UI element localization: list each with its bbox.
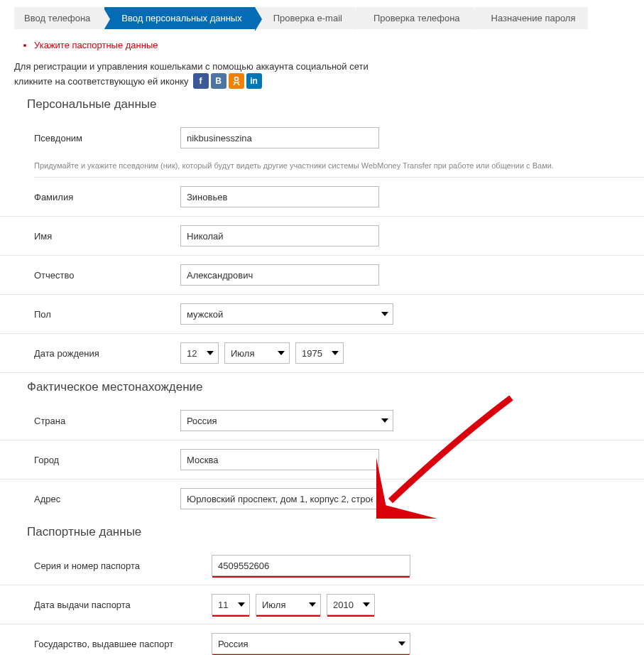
section-title-personal: Персональные данные: [27, 97, 644, 112]
section-title-passport: Паспортные данные: [27, 525, 644, 539]
gender-select[interactable]: мужской: [180, 303, 393, 325]
birth-year-select[interactable]: 1975: [295, 342, 344, 364]
error-message: Укажите паспортные данные: [34, 40, 644, 50]
passport-country-label: Государство, выдавшее паспорт: [34, 639, 212, 649]
wizard-step-password[interactable]: Назначение пароля: [474, 7, 589, 29]
address-input[interactable]: [180, 488, 379, 509]
facebook-icon[interactable]: f: [193, 73, 209, 89]
lastname-label: Фамилия: [34, 192, 180, 202]
birthdate-label: Дата рождения: [34, 348, 180, 359]
middlename-label: Отчество: [34, 270, 180, 281]
gender-label: Пол: [34, 309, 180, 320]
firstname-label: Имя: [34, 231, 180, 242]
country-label: Страна: [34, 416, 180, 426]
middlename-input[interactable]: [180, 264, 379, 286]
social-text-line2: кликните на соответствующую ей иконку: [14, 76, 189, 87]
wizard-step-personal[interactable]: Ввод персональных данных: [104, 7, 254, 29]
passport-number-input[interactable]: [212, 555, 410, 576]
passport-country-select[interactable]: Россия: [212, 633, 410, 654]
odnoklassniki-icon[interactable]: [229, 73, 244, 89]
nickname-input[interactable]: [180, 127, 379, 148]
linkedin-icon[interactable]: in: [246, 73, 262, 89]
passport-number-label: Серия и номер паспорта: [34, 561, 212, 571]
svg-point-0: [234, 77, 238, 81]
wizard-step-phone-verify[interactable]: Проверка телефона: [356, 7, 473, 29]
city-label: Город: [34, 455, 180, 465]
passport-issue-date-label: Дата выдачи паспорта: [34, 600, 212, 610]
country-select[interactable]: Россия: [180, 410, 393, 431]
wizard-steps: Ввод телефона Ввод персональных данных П…: [14, 7, 644, 29]
nickname-hint: Придумайте и укажите псевдоним (ник), ко…: [34, 161, 644, 178]
address-label: Адрес: [34, 494, 180, 504]
birth-month-select[interactable]: Июля: [224, 342, 290, 364]
nickname-label: Псевдоним: [34, 133, 180, 144]
issue-year-select[interactable]: 2010: [327, 594, 375, 615]
lastname-input[interactable]: [180, 186, 379, 207]
firstname-input[interactable]: [180, 225, 379, 247]
birth-day-select[interactable]: 12: [180, 342, 219, 364]
vkontakte-icon[interactable]: B: [211, 73, 227, 89]
issue-month-select[interactable]: Июля: [256, 594, 321, 615]
wizard-step-phone[interactable]: Ввод телефона: [14, 7, 103, 29]
issue-day-select[interactable]: 11: [212, 594, 250, 615]
city-input[interactable]: [180, 449, 379, 470]
section-title-location: Фактическое местонахождение: [27, 380, 644, 394]
wizard-step-email[interactable]: Проверка e-mail: [256, 7, 355, 29]
social-text-line1: Для регистрации и управления кошельками …: [14, 61, 644, 72]
